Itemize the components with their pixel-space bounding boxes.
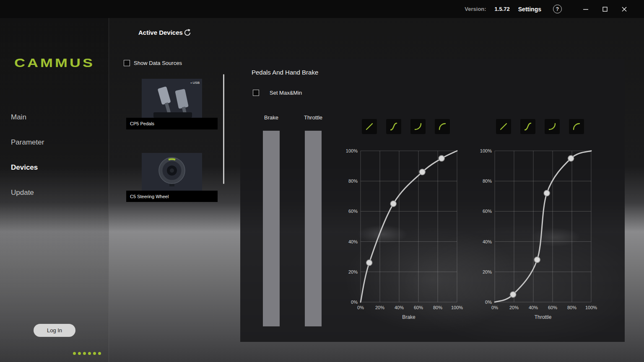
steering-wheel-image bbox=[142, 153, 202, 191]
minimize-button[interactable] bbox=[576, 3, 595, 16]
settings-button[interactable]: Settings bbox=[518, 6, 541, 13]
svg-text:20%: 20% bbox=[348, 269, 358, 274]
pager-dot bbox=[98, 352, 101, 355]
device-card-cp5-pedals[interactable]: • USB bbox=[142, 79, 202, 122]
set-maxmin-label: Set Max&Min bbox=[270, 90, 302, 96]
show-data-sources-label: Show Data Sources bbox=[134, 60, 182, 66]
svg-text:100%: 100% bbox=[480, 148, 492, 153]
close-button[interactable] bbox=[615, 3, 634, 16]
brake-input-bar bbox=[263, 131, 280, 326]
svg-text:40%: 40% bbox=[483, 239, 492, 244]
linear-curve-icon bbox=[499, 122, 509, 132]
ease-in-curve-icon bbox=[547, 122, 557, 132]
brake-curve-presets bbox=[362, 119, 450, 134]
show-data-sources-checkbox[interactable] bbox=[124, 60, 130, 66]
svg-text:20%: 20% bbox=[509, 305, 519, 310]
device-label-c5-steering-wheel[interactable]: C5 Steering Wheel bbox=[126, 191, 218, 202]
linear-curve-icon bbox=[364, 122, 374, 132]
curve-preset-ease-out-button[interactable] bbox=[569, 119, 584, 134]
sidebar-nav: Main Parameter Devices Update bbox=[0, 113, 109, 214]
svg-text:40%: 40% bbox=[348, 239, 358, 244]
help-icon[interactable]: ? bbox=[553, 5, 562, 13]
device-card-c5-steering-wheel[interactable] bbox=[142, 153, 202, 191]
svg-text:100%: 100% bbox=[451, 305, 463, 310]
brake-curve-chart[interactable]: 0%20%40%60%80%100%0%20%40%60%80%100%Brak… bbox=[340, 145, 465, 334]
sidebar-item-update[interactable]: Update bbox=[0, 189, 109, 199]
minimize-icon bbox=[583, 6, 589, 12]
svg-text:0%: 0% bbox=[351, 300, 358, 305]
throttle-bar-label: Throttle bbox=[301, 114, 326, 121]
maximize-button[interactable] bbox=[595, 3, 615, 16]
usb-badge: • USB bbox=[191, 81, 200, 85]
curve-preset-s-curve-button[interactable] bbox=[386, 119, 401, 134]
curve-preset-ease-out-button[interactable] bbox=[435, 119, 450, 134]
svg-text:Throttle: Throttle bbox=[535, 314, 552, 320]
refresh-icon[interactable] bbox=[183, 28, 192, 37]
ease-out-curve-icon bbox=[437, 122, 447, 132]
svg-text:100%: 100% bbox=[585, 305, 597, 310]
ease-out-curve-icon bbox=[571, 122, 582, 132]
svg-text:20%: 20% bbox=[375, 305, 384, 310]
svg-text:40%: 40% bbox=[395, 305, 404, 310]
pager-dot bbox=[83, 352, 86, 355]
set-maxmin-checkbox[interactable] bbox=[253, 90, 259, 96]
pedals-hand-brake-panel: Pedals And Hand Brake Set Max&Min Brake … bbox=[240, 59, 625, 342]
svg-text:60%: 60% bbox=[414, 305, 423, 310]
svg-text:20%: 20% bbox=[483, 269, 492, 274]
devices-panel: Active Devices Show Data Sources • USB C… bbox=[109, 18, 226, 362]
svg-text:80%: 80% bbox=[483, 178, 492, 184]
pager-dot bbox=[88, 352, 91, 355]
maximize-icon bbox=[602, 6, 608, 12]
svg-text:80%: 80% bbox=[348, 178, 358, 184]
set-maxmin-row: Set Max&Min bbox=[253, 90, 302, 96]
login-button[interactable]: Log In bbox=[34, 324, 75, 337]
s-curve-curve-icon bbox=[523, 122, 533, 132]
svg-text:0%: 0% bbox=[485, 300, 492, 305]
pager-dot bbox=[78, 352, 81, 355]
pager-dot bbox=[93, 352, 96, 355]
brake-bar-label: Brake bbox=[259, 114, 284, 121]
sidebar-item-devices[interactable]: Devices bbox=[0, 163, 109, 174]
version-value: 1.5.72 bbox=[495, 6, 510, 12]
panel-title: Pedals And Hand Brake bbox=[252, 69, 318, 76]
svg-text:0%: 0% bbox=[357, 305, 364, 310]
cammus-logo: CAMMUS bbox=[0, 56, 109, 70]
curve-preset-linear-button[interactable] bbox=[362, 119, 377, 134]
svg-text:60%: 60% bbox=[348, 209, 358, 214]
device-list-scrollbar[interactable] bbox=[223, 74, 224, 184]
close-icon bbox=[621, 6, 627, 12]
throttle-input-bar bbox=[305, 131, 322, 326]
svg-text:40%: 40% bbox=[529, 305, 538, 310]
throttle-curve-chart[interactable]: 0%20%40%60%80%100%0%20%40%60%80%100%Thro… bbox=[474, 145, 600, 334]
titlebar: Version: 1.5.72 Settings ? bbox=[0, 0, 644, 18]
sidebar-item-main[interactable]: Main bbox=[0, 113, 109, 124]
curve-preset-ease-in-button[interactable] bbox=[545, 119, 560, 134]
version-label: Version: bbox=[465, 6, 486, 12]
svg-text:80%: 80% bbox=[567, 305, 576, 310]
window-controls bbox=[576, 3, 634, 16]
svg-text:Brake: Brake bbox=[402, 314, 415, 320]
pager-dot bbox=[73, 352, 76, 355]
throttle-curve-presets bbox=[496, 119, 584, 134]
svg-text:0%: 0% bbox=[491, 305, 498, 310]
svg-text:60%: 60% bbox=[483, 209, 492, 214]
show-data-sources-row: Show Data Sources bbox=[124, 60, 182, 66]
svg-text:60%: 60% bbox=[548, 305, 557, 310]
svg-text:80%: 80% bbox=[433, 305, 442, 310]
pedals-image bbox=[142, 79, 202, 122]
svg-text:100%: 100% bbox=[346, 148, 358, 153]
ease-in-curve-icon bbox=[413, 122, 423, 132]
curve-preset-linear-button[interactable] bbox=[496, 119, 511, 134]
sidebar: CAMMUS Main Parameter Devices Update Log… bbox=[0, 18, 109, 362]
device-label-cp5-pedals[interactable]: CP5 Pedals bbox=[126, 118, 218, 129]
curve-preset-s-curve-button[interactable] bbox=[520, 119, 535, 134]
pager-dots bbox=[73, 352, 101, 355]
active-devices-header: Active Devices bbox=[138, 29, 183, 36]
curve-preset-ease-in-button[interactable] bbox=[410, 119, 426, 134]
sidebar-item-parameter[interactable]: Parameter bbox=[0, 138, 109, 149]
s-curve-curve-icon bbox=[389, 122, 399, 132]
